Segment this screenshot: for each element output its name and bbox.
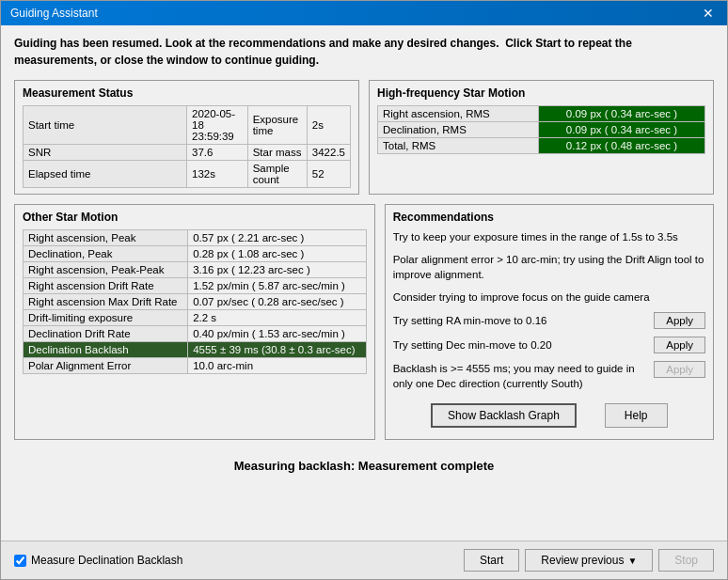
table-row: Start time 2020-05-18 23:59:39 Exposure … bbox=[24, 106, 351, 145]
top-panels: Measurement Status Start time 2020-05-18… bbox=[14, 80, 714, 195]
title-bar: Guiding Assistant ✕ bbox=[1, 1, 727, 25]
close-button[interactable]: ✕ bbox=[699, 7, 718, 20]
intro-text: Guiding has been resumed. Look at the re… bbox=[14, 35, 714, 69]
ra-apply-button[interactable]: Apply bbox=[654, 312, 705, 329]
backlash-apply-row: Backlash is >= 4555 ms; you may need to … bbox=[393, 361, 705, 391]
main-content: Guiding has been resumed. Look at the re… bbox=[1, 25, 727, 541]
ra-minmove-text: Try setting RA min-move to 0.16 bbox=[393, 313, 647, 328]
measuring-status-text: Measuring backlash: Measurement complete bbox=[14, 459, 714, 473]
table-row: Right ascension, RMS 0.09 px ( 0.34 arc-… bbox=[378, 106, 705, 122]
bottom-bar: Measure Declination Backlash Start Revie… bbox=[1, 541, 727, 579]
dec-minmove-text: Try setting Dec min-move to 0.20 bbox=[393, 337, 647, 353]
show-backlash-graph-button[interactable]: Show Backlash Graph bbox=[431, 403, 577, 428]
table-row: Drift-limiting exposure 2.2 s bbox=[24, 310, 367, 326]
measure-backlash-checkbox[interactable] bbox=[14, 555, 26, 567]
other-motion-table: Right ascension, Peak 0.57 px ( 2.21 arc… bbox=[23, 229, 367, 374]
table-row: Declination, Peak 0.28 px ( 1.08 arc-sec… bbox=[24, 246, 367, 262]
window-title: Guiding Assistant bbox=[10, 7, 98, 20]
table-row: Right ascension Drift Rate 1.52 px/min (… bbox=[24, 278, 367, 294]
table-row: Right ascension Max Drift Rate 0.07 px/s… bbox=[24, 294, 367, 310]
measurement-table: Start time 2020-05-18 23:59:39 Exposure … bbox=[23, 105, 351, 188]
backlash-row: Declination Backlash 4555 ± 39 ms (30.8 … bbox=[24, 342, 367, 358]
ra-minmove-row: Try setting RA min-move to 0.16 Apply bbox=[393, 312, 705, 329]
dec-minmove-row: Try setting Dec min-move to 0.20 Apply bbox=[393, 337, 705, 353]
recommendations-title: Recommendations bbox=[393, 211, 705, 224]
table-row: Total, RMS 0.12 px ( 0.48 arc-sec ) bbox=[378, 138, 705, 154]
measure-backlash-checkbox-label[interactable]: Measure Declination Backlash bbox=[14, 554, 182, 567]
rec-item-focus: Consider trying to improve focus on the … bbox=[393, 290, 705, 305]
bottom-buttons: Start Review previous ▼ Stop bbox=[464, 549, 714, 572]
measurement-status-title: Measurement Status bbox=[23, 86, 351, 100]
start-button[interactable]: Start bbox=[464, 549, 519, 572]
dec-apply-button[interactable]: Apply bbox=[654, 337, 705, 353]
review-previous-button[interactable]: Review previous ▼ bbox=[525, 549, 653, 572]
checkbox-text: Measure Declination Backlash bbox=[31, 554, 182, 567]
middle-panels: Other Star Motion Right ascension, Peak … bbox=[14, 204, 714, 440]
table-row: SNR 37.6 Star mass 3422.5 bbox=[24, 145, 351, 161]
backlash-graph-area: Show Backlash Graph Help bbox=[393, 403, 705, 428]
table-row: Right ascension, Peak 0.57 px ( 2.21 arc… bbox=[24, 230, 367, 246]
other-star-motion-title: Other Star Motion bbox=[23, 211, 367, 224]
guiding-assistant-window: Guiding Assistant ✕ Guiding has been res… bbox=[0, 0, 728, 580]
table-row: Declination, RMS 0.09 px ( 0.34 arc-sec … bbox=[378, 122, 705, 138]
table-row: Right ascension, Peak-Peak 3.16 px ( 12.… bbox=[24, 262, 367, 278]
review-label: Review previous bbox=[541, 554, 624, 567]
table-row: Elapsed time 132s Sample count 52 bbox=[24, 161, 351, 188]
help-button[interactable]: Help bbox=[605, 403, 668, 428]
rec-item-exposure: Try to keep your exposure times in the r… bbox=[393, 229, 705, 244]
hf-star-motion-title: High-frequency Star Motion bbox=[377, 86, 705, 100]
recommendations-panel: Recommendations Try to keep your exposur… bbox=[385, 204, 714, 440]
backlash-apply-button[interactable]: Apply bbox=[654, 361, 705, 378]
rec-item-polar: Polar alignment error > 10 arc-min; try … bbox=[393, 252, 705, 282]
table-row: Polar Alignment Error 10.0 arc-min bbox=[24, 358, 367, 374]
review-arrow-icon: ▼ bbox=[627, 556, 637, 566]
hf-table: Right ascension, RMS 0.09 px ( 0.34 arc-… bbox=[377, 105, 705, 154]
backlash-rec-text: Backlash is >= 4555 ms; you may need to … bbox=[393, 361, 647, 391]
measurement-status-panel: Measurement Status Start time 2020-05-18… bbox=[14, 80, 359, 195]
table-row: Declination Drift Rate 0.40 px/min ( 1.5… bbox=[24, 326, 367, 342]
hf-star-motion-panel: High-frequency Star Motion Right ascensi… bbox=[369, 80, 714, 195]
stop-button: Stop bbox=[658, 549, 714, 572]
other-star-motion-panel: Other Star Motion Right ascension, Peak … bbox=[14, 204, 375, 440]
